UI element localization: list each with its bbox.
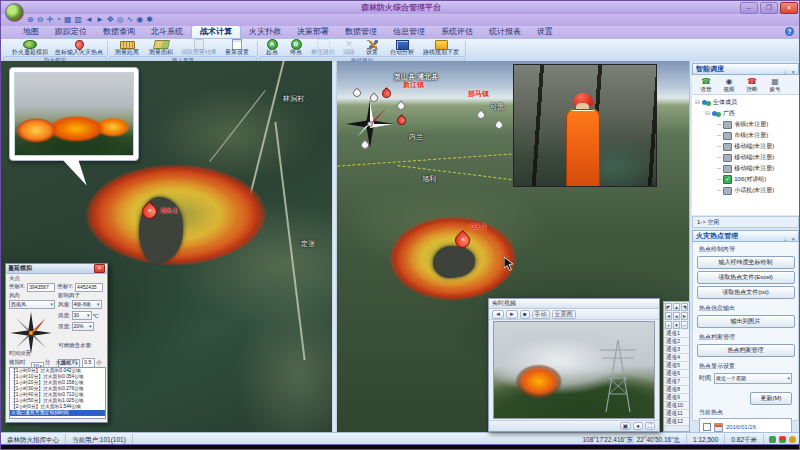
measure-distance-button[interactable]: 测量距离 (111, 40, 143, 56)
video-record-button[interactable]: ● (633, 422, 643, 430)
red-pin[interactable] (395, 114, 408, 127)
autohide-pin-icon[interactable]: ↓ (784, 236, 787, 242)
panel-close-icon[interactable]: × (791, 69, 795, 75)
video-call-button[interactable]: ◉视频 (719, 77, 739, 92)
read-excel-button[interactable]: 读取热点文件(Excel) (697, 271, 795, 284)
archive-manage-button[interactable]: 热点档案管理 (697, 344, 795, 357)
video-mode-dropdown[interactable]: 手动 (532, 310, 550, 319)
globe-icon[interactable]: ◔ (56, 15, 61, 25)
hotspot-date-item[interactable]: 2016/01/26 (726, 424, 756, 430)
video-prev-button[interactable]: ◄ (492, 310, 504, 319)
world-icon[interactable]: ◉ (136, 15, 143, 25)
input-coords-draw-button[interactable]: 输入经纬度坐标绘制 (697, 256, 795, 269)
back-icon[interactable]: ◄ (85, 15, 93, 25)
hotspot-date-checkbox[interactable] (703, 423, 711, 431)
ptz-left-button[interactable]: ◄ (665, 312, 672, 320)
zoom-out-icon[interactable]: ⊖ (37, 15, 44, 25)
tab-settings[interactable]: 设置 (529, 26, 561, 38)
tab-fire-fighting[interactable]: 火灾扑救 (241, 26, 289, 38)
dispatch-panel-header[interactable]: 智能调度 ↓ × (692, 63, 799, 75)
channel-item[interactable]: 通道2 (664, 338, 689, 346)
maximize-button[interactable]: ❐ (760, 2, 778, 14)
white-pin[interactable] (395, 100, 406, 111)
dispatch-tree[interactable]: ⊟全体成员 ⊟广西 ─省级(未注册) ─市级(未注册) ─移动端(未注册) ─移… (692, 95, 799, 215)
tab-sys-eval[interactable]: 系统评估 (433, 26, 481, 38)
measure-line-icon[interactable]: ∿ (127, 15, 134, 25)
coord-y-field[interactable]: 4452435 (75, 283, 103, 292)
channel-item[interactable]: 通道4 (664, 354, 689, 362)
layers-icon[interactable]: ▥ (75, 15, 83, 25)
tree-root[interactable]: ⊟全体成员 (695, 97, 799, 108)
tab-data-query[interactable]: 数据查询 (95, 26, 143, 38)
tree-member[interactable]: ─移动端(未注册) (695, 141, 799, 152)
tree-member-online[interactable]: ─✓106(对讲组) (695, 174, 799, 185)
channel-item[interactable]: 通道6 (664, 370, 689, 378)
route-start-button[interactable]: A 起点 (261, 40, 283, 56)
red-pin[interactable] (380, 87, 393, 100)
measure-area-button[interactable]: 测量面积 (145, 40, 177, 56)
app-logo-icon[interactable] (5, 3, 24, 22)
ptz-control-panel[interactable]: ◤ ▲ ◥ ◄ ● ► + ▼ – 通道1 通道2 通道3 通道4 通道5 通道… (663, 301, 690, 432)
ptz-up-button[interactable]: ▲ (673, 303, 680, 311)
tree-member[interactable]: ─小话机(未注册) (695, 185, 799, 196)
close-button[interactable]: × (780, 2, 798, 14)
ptz-upright-button[interactable]: ◥ (681, 303, 688, 311)
tree-member[interactable]: ─市级(未注册) (695, 130, 799, 141)
video-play-button[interactable]: ► (506, 310, 518, 319)
sim-close-button[interactable]: × (94, 264, 105, 273)
video-fullscreen-button[interactable]: ⛶ (645, 422, 655, 430)
tab-data-mgmt[interactable]: 数据管理 (337, 26, 385, 38)
tab-info-mgmt[interactable]: 信息管理 (385, 26, 433, 38)
route-settings-button[interactable]: 设置 (361, 40, 383, 56)
sim-dialog-titlebar[interactable]: 蔓延模拟 × (6, 264, 107, 274)
log-row-selected[interactable]: 火场已蔓延至预定模拟时间 (10, 410, 105, 416)
simulation-log-list[interactable]: 【1小时0分】过火面积0.042公顷 【1小时10分】过火面积0.054公顷 【… (9, 367, 106, 419)
pan-icon[interactable]: ✛ (46, 15, 53, 25)
wind-speed-dropdown[interactable]: 4级-6级 (72, 300, 102, 309)
measure-settings-button[interactable]: 量算设置 (221, 40, 253, 56)
ptz-zoomin-button[interactable]: + (665, 321, 672, 329)
channel-item[interactable]: 通道9 (664, 394, 689, 402)
tab-decision[interactable]: 决策部署 (289, 26, 337, 38)
autohide-pin-icon[interactable]: ↓ (784, 69, 787, 75)
read-txt-button[interactable]: 读取热点文件(txt) (697, 286, 795, 299)
tree-member[interactable]: ─移动端(未注册) (695, 152, 799, 163)
channel-item[interactable]: 通道5 (664, 362, 689, 370)
dial-button[interactable]: ▦拨号 (765, 77, 785, 92)
tree-member[interactable]: ─省级(未注册) (695, 119, 799, 130)
video-stop-button[interactable]: ■ (520, 310, 530, 319)
time-range-dropdown[interactable]: 最近一个星期 (714, 373, 792, 384)
video-window-title[interactable]: 实时视频 (489, 299, 659, 309)
ptz-down-button[interactable]: ▼ (673, 321, 680, 329)
channel-item[interactable]: 通道10 (664, 402, 689, 410)
hangup-button[interactable]: ☎挂断 (742, 77, 762, 92)
help-icon[interactable]: ? (785, 27, 794, 36)
zoom-in-icon[interactable]: ⊕ (27, 15, 34, 25)
tools-icon[interactable]: ✱ (146, 15, 153, 25)
coord-x-field[interactable]: 3943587 (27, 283, 55, 292)
channel-item[interactable]: 通道1 (664, 330, 689, 338)
forward-icon[interactable]: ► (96, 15, 104, 25)
channel-item[interactable]: 通道3 (664, 346, 689, 354)
white-pin[interactable] (351, 87, 362, 98)
fire-spread-sim-button[interactable]: 扑火蔓延模拟 (7, 40, 53, 56)
tab-tactical-calc[interactable]: 战术计算 (191, 25, 241, 38)
move-icon[interactable]: ✥ (107, 15, 114, 25)
route-plan-dispatch-button[interactable]: 路线规划下发 (419, 40, 463, 56)
white-pin[interactable] (493, 119, 504, 130)
channel-item[interactable]: 通道8 (664, 386, 689, 394)
grid-icon[interactable]: ▦ (64, 15, 72, 25)
voice-call-button[interactable]: ☎语音 (696, 77, 716, 92)
circle-tool-icon[interactable]: ◎ (117, 15, 124, 25)
output-to-image-button[interactable]: 输出到图片 (697, 315, 795, 328)
channel-item[interactable]: 通道12 (664, 418, 689, 426)
tab-map[interactable]: 地图 (15, 26, 47, 38)
coord-input-hotspot-button[interactable]: 坐标输入火灾热点 (53, 40, 105, 56)
ptz-center-button[interactable]: ● (673, 312, 680, 320)
ptz-upleft-button[interactable]: ◤ (665, 303, 672, 311)
tree-member[interactable]: ─移动端(未注册) (695, 163, 799, 174)
ptz-zoomout-button[interactable]: – (681, 321, 688, 329)
tab-reports[interactable]: 统计报表 (481, 26, 529, 38)
clock-icon[interactable] (789, 436, 796, 443)
humidity-dropdown[interactable]: 20% (72, 322, 94, 331)
